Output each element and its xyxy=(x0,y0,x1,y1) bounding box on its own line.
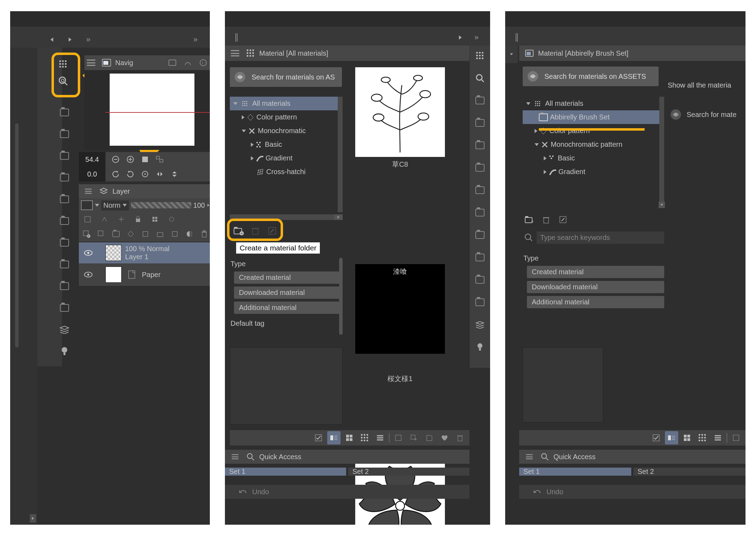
collapse-handle[interactable] xyxy=(505,46,518,63)
expand-handle[interactable] xyxy=(30,514,36,523)
mask-icon[interactable] xyxy=(184,227,195,241)
nav-overflow-button[interactable] xyxy=(189,33,202,46)
view-list-button[interactable] xyxy=(373,431,387,444)
material-grid-icon[interactable] xyxy=(56,57,70,71)
opacity-stepper-icon[interactable] xyxy=(207,204,209,207)
material-thumb-2[interactable] xyxy=(355,264,445,354)
nav-prev-button[interactable] xyxy=(45,33,59,46)
filter-additional-material[interactable]: Additional material xyxy=(527,296,664,308)
folder-icon-1[interactable] xyxy=(58,106,71,119)
material-grid-icon[interactable] xyxy=(473,49,487,62)
search-keywords-input[interactable]: Type search keywords xyxy=(537,232,664,244)
tree-gradient[interactable]: Gradient xyxy=(230,151,342,165)
new-layer-2-button[interactable] xyxy=(96,227,107,241)
quick-set-1-tab[interactable]: Set 1 xyxy=(519,468,631,476)
tb-new-icon[interactable]: + xyxy=(407,431,420,444)
trash-icon[interactable] xyxy=(199,227,210,241)
quick-access-icon[interactable]: Q xyxy=(56,74,70,88)
layer-action-1[interactable] xyxy=(125,227,136,241)
layer-color-swatch[interactable] xyxy=(81,200,93,210)
folder-icon-f[interactable] xyxy=(473,206,487,219)
search-assets-button[interactable]: Search for materials on AS xyxy=(230,67,342,87)
view-detail-button[interactable] xyxy=(665,431,678,444)
layer-row-paper[interactable]: Paper xyxy=(79,263,210,286)
layer-tool-2[interactable] xyxy=(98,213,111,226)
zoom-extra-button[interactable] xyxy=(153,153,166,166)
tree-color-pattern[interactable]: Color pattern xyxy=(523,124,659,138)
create-material-folder-button[interactable]: + xyxy=(232,224,245,237)
zoom-value[interactable]: 54.4 xyxy=(79,152,105,167)
folder-icon-g[interactable] xyxy=(473,228,487,242)
fit-screen-button[interactable] xyxy=(138,153,152,166)
delete-folder-button[interactable] xyxy=(249,224,262,237)
stack-icon[interactable] xyxy=(58,323,71,336)
bulb-icon[interactable] xyxy=(473,340,487,354)
quick-set-1-tab[interactable]: Set 1 xyxy=(225,468,346,476)
tb-paste-icon[interactable] xyxy=(729,431,743,444)
layer-tool-1[interactable] xyxy=(81,213,94,226)
flip-v-button[interactable] xyxy=(168,167,181,181)
folder-icon-4[interactable] xyxy=(58,171,71,184)
folder-icon-a[interactable] xyxy=(473,94,487,107)
rotation-value[interactable]: 0.0 xyxy=(79,167,105,181)
edit-folder-button[interactable] xyxy=(556,213,570,226)
tree-scroll-right[interactable] xyxy=(334,214,343,220)
layer-action-3[interactable] xyxy=(154,227,166,241)
rotate-cw-button[interactable] xyxy=(124,167,137,181)
filter-downloaded-material[interactable]: Downloaded material xyxy=(234,287,343,299)
tree-basic[interactable]: Basic xyxy=(523,151,659,165)
folder-icon-j[interactable] xyxy=(473,296,487,309)
folder-icon-9[interactable] xyxy=(58,280,71,293)
nav-more-button[interactable] xyxy=(82,33,95,46)
stack-icon[interactable] xyxy=(473,318,487,331)
tree-scroll-down[interactable] xyxy=(659,202,665,208)
zoom-in-button[interactable] xyxy=(124,153,137,166)
quick-access-icon[interactable] xyxy=(473,71,487,85)
filter-additional-material[interactable]: Additional material xyxy=(234,302,343,314)
tree-scrollbar-h[interactable] xyxy=(230,214,334,220)
quick-set-2-tab[interactable]: Set 2 xyxy=(348,468,469,476)
menu-icon[interactable] xyxy=(228,47,242,60)
material-thumb-1[interactable] xyxy=(355,67,445,157)
tree-scrollbar[interactable] xyxy=(338,97,343,212)
panel-grip-icon[interactable] xyxy=(510,31,523,44)
folder-icon-7[interactable] xyxy=(58,236,71,249)
visibility-icon[interactable] xyxy=(82,268,95,281)
tb-trash-icon[interactable] xyxy=(453,431,467,444)
layer-row-selected[interactable]: 100 % Normal Layer 1 xyxy=(79,242,210,263)
folder-icon-h[interactable] xyxy=(473,251,487,264)
tree-color-pattern[interactable]: Color pattern xyxy=(230,110,342,124)
blend-mode-select[interactable]: Norm xyxy=(101,200,129,211)
folder-icon-e[interactable] xyxy=(473,184,487,197)
lock-icon[interactable] xyxy=(131,213,145,226)
rotate-ccw-button[interactable] xyxy=(109,167,122,181)
layer-tool-6[interactable] xyxy=(165,213,178,226)
filter-created-material[interactable]: Created material xyxy=(527,266,664,278)
navigator-tab-label[interactable]: Navig xyxy=(115,59,133,67)
new-layer-button[interactable]: + xyxy=(81,227,92,241)
flip-h-button[interactable] xyxy=(153,167,166,181)
folder-icon-6[interactable] xyxy=(58,214,71,228)
opacity-slider[interactable] xyxy=(131,202,191,208)
tree-scrollbar[interactable] xyxy=(659,97,664,202)
tree-cross-hatching[interactable]: Cross-hatchi xyxy=(230,165,342,179)
menu-icon[interactable] xyxy=(523,450,536,463)
nav-next-button[interactable] xyxy=(63,33,77,46)
zoom-out-button[interactable] xyxy=(109,153,122,166)
filter-created-material[interactable]: Created material xyxy=(234,271,343,284)
tb-fav-icon[interactable] xyxy=(438,431,451,444)
folder-icon-i[interactable] xyxy=(473,273,487,287)
tree-gradient[interactable]: Gradient xyxy=(523,165,659,179)
tree-all-materials[interactable]: All materials xyxy=(230,97,342,110)
scrollbar[interactable] xyxy=(15,123,19,347)
view-small-grid-button[interactable] xyxy=(696,431,709,444)
view-large-grid-button[interactable] xyxy=(343,431,356,444)
new-folder-button[interactable] xyxy=(110,227,122,241)
menu-icon[interactable] xyxy=(228,450,242,463)
view-list-button[interactable] xyxy=(711,431,724,444)
nav-extra-2[interactable] xyxy=(181,56,194,69)
view-large-grid-button[interactable] xyxy=(680,431,694,444)
folder-icon-3[interactable] xyxy=(58,149,71,163)
layer-action-4[interactable] xyxy=(169,227,180,241)
view-small-grid-button[interactable] xyxy=(358,431,371,444)
